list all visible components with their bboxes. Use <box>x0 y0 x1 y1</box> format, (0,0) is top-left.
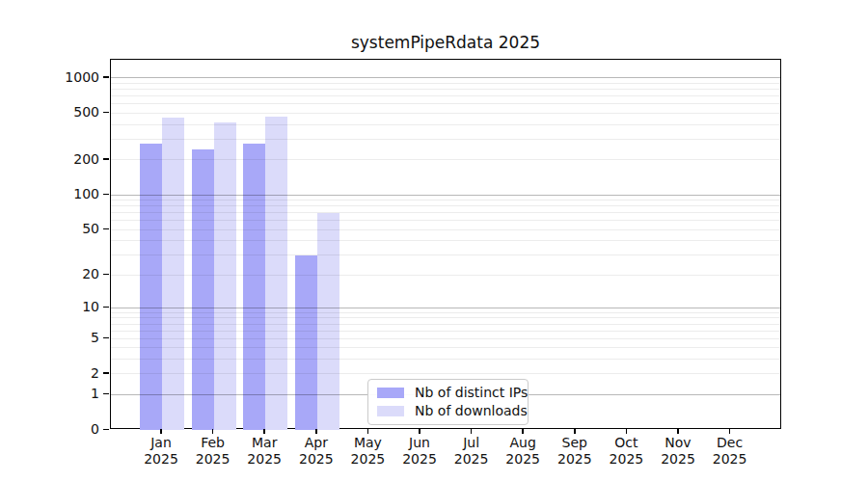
gridline-major-1000 <box>111 77 780 78</box>
x-tick-mark-may <box>367 429 369 434</box>
y-tick-label-10: 10 <box>47 299 99 314</box>
y-tick-label-50: 50 <box>47 221 99 236</box>
gridline-minor-40 <box>111 240 780 241</box>
figure: systemPipeRdata 2025 Nb of distinct IPsN… <box>0 0 868 482</box>
y-tick-label-5: 5 <box>47 330 99 345</box>
y-tick-label-500: 500 <box>47 104 99 120</box>
gridline-minor-5 <box>111 338 780 339</box>
y-tick-mark-200 <box>103 158 109 160</box>
gridline-minor-200 <box>111 159 780 160</box>
gridline-minor-7 <box>111 324 780 325</box>
x-tick-mark-sep <box>574 429 576 434</box>
legend-swatch-distinct-ips <box>377 388 404 398</box>
x-tick-mark-aug <box>522 429 524 434</box>
gridline-minor-60 <box>111 220 780 221</box>
legend: Nb of distinct IPsNb of downloads <box>367 379 529 425</box>
bar-distinct-ips-jan <box>140 144 162 430</box>
gridline-minor-4 <box>111 347 780 348</box>
legend-swatch-downloads <box>377 406 404 416</box>
x-tick-mark-dec <box>729 429 731 434</box>
bar-distinct-ips-feb <box>192 149 214 430</box>
y-tick-mark-50 <box>103 228 109 230</box>
gridline-minor-2 <box>111 373 780 374</box>
gridline-minor-6 <box>111 331 780 332</box>
gridline-minor-80 <box>111 205 780 206</box>
bar-distinct-ips-apr <box>295 255 317 430</box>
plot-area: Nb of distinct IPsNb of downloads <box>110 59 781 429</box>
chart-title: systemPipeRdata 2025 <box>110 33 781 52</box>
gridline-major-10 <box>111 308 780 308</box>
x-tick-mark-apr <box>315 429 317 434</box>
gridline-minor-20 <box>111 275 780 276</box>
y-tick-mark-0 <box>103 429 109 431</box>
x-tick-mark-oct <box>626 429 628 434</box>
gridline-minor-900 <box>111 83 780 84</box>
x-tick-mark-nov <box>677 429 679 434</box>
legend-item-downloads: Nb of downloads <box>377 404 518 418</box>
bar-downloads-apr <box>317 213 339 430</box>
x-tick-mark-jan <box>160 429 162 434</box>
legend-label: Nb of distinct IPs <box>415 386 528 400</box>
y-tick-label-1: 1 <box>47 386 99 401</box>
y-tick-mark-10 <box>103 307 109 308</box>
gridline-minor-300 <box>111 139 780 140</box>
y-tick-mark-500 <box>103 112 109 114</box>
y-tick-mark-2 <box>103 372 109 374</box>
gridline-minor-400 <box>111 124 780 125</box>
x-tick-mark-jun <box>419 429 420 434</box>
y-tick-mark-100 <box>103 194 109 196</box>
gridline-minor-50 <box>111 229 780 230</box>
x-tick-mark-mar <box>263 429 265 434</box>
gridline-minor-30 <box>111 254 780 255</box>
y-tick-label-0: 0 <box>47 421 99 437</box>
gridline-minor-9 <box>111 312 780 313</box>
y-tick-mark-20 <box>103 274 109 276</box>
x-tick-mark-jul <box>471 429 473 434</box>
bar-downloads-feb <box>214 122 236 430</box>
y-tick-mark-1000 <box>103 76 109 78</box>
gridline-minor-500 <box>111 113 780 114</box>
legend-item-distinct-ips: Nb of distinct IPs <box>377 386 518 400</box>
gridline-minor-700 <box>111 95 780 96</box>
x-tick-label-dec: Dec 2025 <box>692 435 769 468</box>
gridline-major-100 <box>111 195 780 196</box>
bar-distinct-ips-mar <box>243 144 265 430</box>
gridline-minor-70 <box>111 212 780 213</box>
gridline-minor-8 <box>111 317 780 318</box>
y-tick-label-2: 2 <box>47 365 99 381</box>
gridline-minor-90 <box>111 200 780 201</box>
x-tick-mark-feb <box>212 429 214 434</box>
gridline-minor-3 <box>111 359 780 360</box>
y-tick-mark-1 <box>103 393 109 395</box>
y-tick-label-1000: 1000 <box>47 69 99 85</box>
gridline-minor-800 <box>111 89 780 90</box>
y-tick-label-200: 200 <box>47 151 99 167</box>
y-tick-label-20: 20 <box>47 266 99 281</box>
gridline-minor-600 <box>111 103 780 104</box>
legend-label: Nb of downloads <box>415 404 528 418</box>
y-tick-label-100: 100 <box>47 186 99 201</box>
y-tick-mark-5 <box>103 337 109 339</box>
